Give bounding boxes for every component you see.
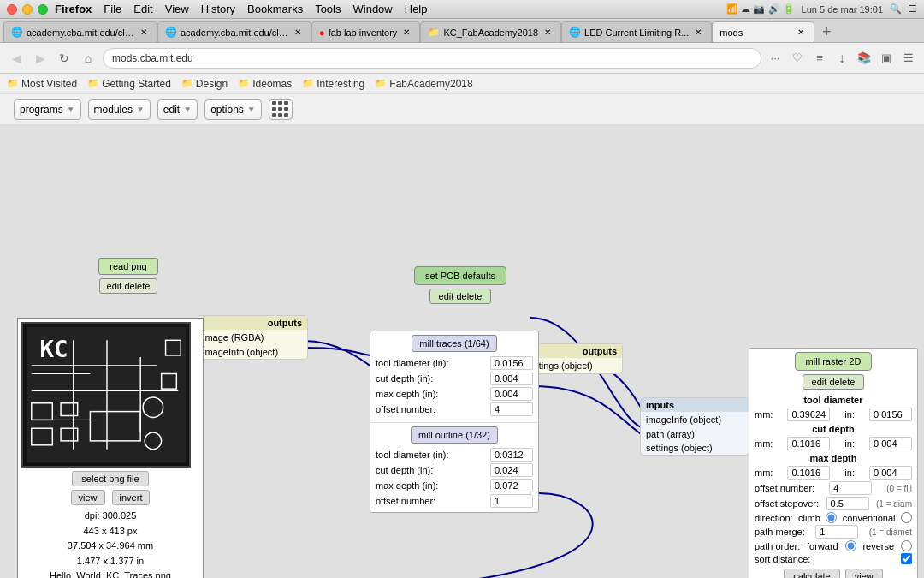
bookmark-ideomas[interactable]: 📁 Ideomas — [238, 78, 292, 90]
close-button[interactable] — [7, 4, 17, 15]
offset-num2-val[interactable]: 1 — [490, 494, 533, 508]
max-depth2-val[interactable]: 0.072 — [490, 479, 533, 492]
menu-tools[interactable]: Tools — [315, 3, 341, 15]
inputs-header: inputs — [641, 398, 749, 412]
tab-4[interactable]: 📁 KC_FabAcademy2018 ✕ — [420, 21, 561, 42]
path-merge-val[interactable]: 1 — [815, 525, 858, 539]
download-icon[interactable]: ↓ — [833, 50, 850, 67]
home-button[interactable]: ⌂ — [79, 49, 98, 68]
mm1-val[interactable]: 0.39624 — [787, 408, 830, 421]
max-depth-val[interactable]: 0.004 — [490, 387, 533, 401]
minimize-button[interactable] — [22, 4, 33, 15]
menu-view[interactable]: View — [165, 3, 189, 15]
notification-icon[interactable]: ☰ — [909, 3, 917, 15]
offset-num-raster-val[interactable]: 4 — [829, 481, 872, 495]
bookmark-getting-started[interactable]: 📁 Getting Started — [87, 78, 171, 90]
mill-outline-button[interactable]: mill outline (1/32) — [411, 426, 498, 444]
conventional-radio[interactable] — [901, 512, 912, 523]
address-bar[interactable]: mods.cba.mit.edu — [103, 48, 761, 69]
mm2-val[interactable]: 0.1016 — [787, 437, 830, 450]
tab-favicon-3: ● — [319, 27, 325, 38]
calculate-button[interactable]: calculate — [784, 569, 839, 578]
path-merge-label: path merge: — [755, 527, 805, 537]
tool-diam2-val[interactable]: 0.0312 — [490, 448, 533, 462]
climb-radio[interactable] — [826, 512, 837, 523]
tab-close-5[interactable]: ✕ — [692, 27, 704, 39]
menu-file[interactable]: File — [104, 3, 121, 15]
bookmark-most-visited[interactable]: 📁 Most Visited — [7, 78, 77, 90]
grid-view-button[interactable] — [269, 99, 293, 120]
sort-distance-checkbox[interactable] — [901, 553, 912, 564]
tab-close-1[interactable]: ✕ — [138, 27, 150, 39]
cut-depth2-val[interactable]: 0.024 — [490, 463, 533, 477]
bookmark-interesting[interactable]: 📁 Interesting — [302, 78, 364, 90]
offset-num-val[interactable]: 4 — [490, 402, 533, 416]
tab-3[interactable]: ● fab lab inventory ✕ — [311, 21, 420, 42]
mill-raster-edit-delete[interactable]: edit delete — [803, 374, 865, 390]
set-pcb-button[interactable]: set PCB defaults — [414, 266, 506, 285]
view-raster-button[interactable]: view — [845, 569, 883, 578]
tab-1[interactable]: 🌐 academy.cba.mit.edu/class... ✕ — [3, 21, 157, 42]
in2-label: in: — [844, 438, 855, 449]
cut-depth-label: cut depth (in): — [376, 373, 433, 384]
bookmark-fabacademy[interactable]: 📁 FabAcademy2018 — [375, 78, 472, 90]
offset-stepover-val[interactable]: 0.5 — [826, 497, 869, 510]
edit-select[interactable]: edit ▼ — [157, 99, 198, 120]
read-png-button[interactable]: read png — [98, 258, 157, 275]
tab-6[interactable]: mods ✕ — [712, 21, 814, 42]
tab-close-3[interactable]: ✕ — [400, 27, 412, 39]
forward-radio[interactable] — [845, 540, 856, 551]
set-pcb-edit-delete[interactable]: edit delete — [429, 289, 492, 304]
menu-edit[interactable]: Edit — [133, 3, 152, 15]
bookmark-icon[interactable]: ♡ — [789, 50, 806, 67]
search-icon[interactable]: 🔍 — [890, 3, 902, 15]
main-container: 🌐 academy.cba.mit.edu/class... ✕ 🌐 acade… — [0, 19, 924, 578]
pcb-image-node: KC — [17, 318, 204, 578]
options-select[interactable]: options ▼ — [204, 99, 262, 120]
mill-raster-button[interactable]: mill raster 2D — [795, 352, 873, 371]
mm2-label: mm: — [755, 438, 773, 449]
set-pcb-node: set PCB defaults edit delete — [396, 266, 524, 304]
mm3-val[interactable]: 0.1016 — [787, 466, 830, 480]
maximize-button[interactable] — [38, 4, 48, 15]
read-png-edit-delete[interactable]: edit delete — [99, 278, 158, 294]
menu-bookmarks[interactable]: Bookmarks — [247, 3, 303, 15]
mill-traces-button[interactable]: mill traces (1/64) — [412, 335, 496, 352]
more-icon[interactable]: ··· — [767, 50, 784, 67]
invert-button[interactable]: invert — [112, 490, 151, 505]
menu-history[interactable]: History — [201, 3, 235, 15]
folder-icon-5: 📁 — [302, 78, 314, 89]
tab-favicon: 🌐 — [11, 27, 23, 38]
reverse-radio[interactable] — [901, 540, 912, 551]
library-icon[interactable]: 📚 — [856, 50, 873, 67]
in2-val[interactable]: 0.004 — [869, 437, 912, 450]
traffic-lights — [7, 4, 48, 15]
back-button[interactable]: ◀ — [7, 49, 26, 68]
reload-button[interactable]: ↻ — [55, 49, 74, 68]
menu-help[interactable]: Help — [405, 3, 428, 15]
tool-diam-val[interactable]: 0.0156 — [490, 356, 533, 370]
programs-select[interactable]: programs ▼ — [14, 99, 81, 120]
view-button[interactable]: view — [71, 490, 105, 505]
bookmark-design[interactable]: 📁 Design — [181, 78, 228, 90]
reader-icon[interactable]: ≡ — [811, 50, 828, 67]
in1-val[interactable]: 0.0156 — [869, 408, 912, 421]
folder-icon: 📁 — [7, 78, 19, 89]
select-png-file-button[interactable]: select png file — [72, 471, 148, 486]
modules-select[interactable]: modules ▼ — [88, 99, 151, 120]
new-tab-button[interactable]: + — [814, 21, 838, 42]
menu-firefox[interactable]: Firefox — [55, 3, 92, 15]
menu-window[interactable]: Window — [353, 3, 393, 15]
menu-icon[interactable]: ☰ — [900, 50, 917, 67]
tab-5[interactable]: 🌐 LED Current Limiting R... ✕ — [561, 21, 712, 42]
tab-close-4[interactable]: ✕ — [542, 27, 554, 39]
tab-close-2[interactable]: ✕ — [292, 27, 304, 39]
cut-depth-row: cut depth (in): 0.004 — [376, 371, 533, 386]
tab-close-6[interactable]: ✕ — [795, 27, 807, 39]
forward-button[interactable]: ▶ — [31, 49, 50, 68]
in3-val[interactable]: 0.004 — [869, 466, 912, 480]
sidebar-toggle[interactable]: ▣ — [878, 50, 895, 67]
bookmark-label-6: FabAcademy2018 — [389, 78, 472, 90]
cut-depth-val[interactable]: 0.004 — [490, 372, 533, 385]
tab-2[interactable]: 🌐 academy.cba.mit.edu/class... ✕ — [157, 21, 311, 42]
